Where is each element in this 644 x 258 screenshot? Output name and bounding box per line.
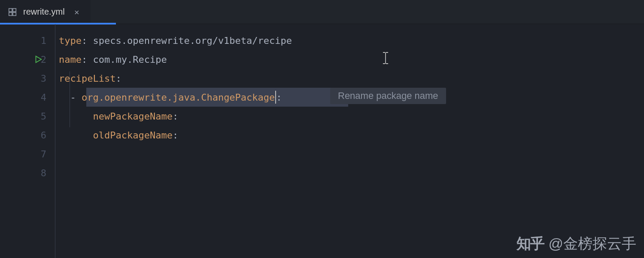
code-line-5[interactable]: newPackageName: [55,107,644,126]
yaml-value: com.my.Recipe [93,54,167,65]
line-number: 1 [33,35,46,46]
tab-close-button[interactable]: × [71,7,83,17]
svg-marker-4 [36,56,42,63]
svg-rect-2 [9,12,12,15]
ibeam-cursor-icon [382,52,389,67]
svg-rect-1 [13,8,16,11]
svg-rect-0 [9,8,12,11]
indent [59,111,93,122]
run-gutter-icon[interactable] [33,55,43,64]
yaml-key: name [59,54,82,65]
yaml-colon: : [173,130,178,141]
yaml-file-icon [8,7,17,17]
gutter-row[interactable]: 2 [0,50,55,69]
line-number: 6 [33,130,46,141]
gutter-row[interactable]: 8 [0,163,55,182]
watermark-handle: @金榜探云手 [548,234,636,254]
indent [59,130,93,141]
yaml-colon: : [115,73,121,84]
line-number: 8 [33,168,46,178]
editor: 1 2 3 4 5 6 7 8 [0,24,644,258]
text-caret [275,91,276,104]
gutter-row[interactable]: 7 [0,144,55,163]
yaml-key: org.openrewrite.java.ChangePackage [82,92,275,103]
yaml-colon: : [173,111,178,122]
gutter-row[interactable]: 1 [0,31,55,50]
yaml-key: type [59,35,82,46]
watermark: 知乎 @金榜探云手 [516,234,636,254]
tab-filename: rewrite.yml [23,7,65,17]
gutter-row[interactable]: 3 [0,69,55,88]
code-line-8[interactable] [55,163,644,182]
code-line-3[interactable]: recipeList: [55,69,644,88]
yaml-dash: - [70,92,82,103]
line-number: 3 [33,73,46,84]
line-number: 7 [33,149,46,160]
svg-rect-3 [13,12,16,15]
indent [59,92,70,103]
yaml-colon: : [82,35,93,46]
line-number: 4 [33,92,46,103]
code-line-6[interactable]: oldPackageName: [55,126,644,144]
inline-hint: Rename package name [330,88,446,104]
yaml-value: specs.openrewrite.org/v1beta/recipe [93,35,292,46]
tab-bar: rewrite.yml × [0,0,644,24]
tab-rewrite-yml[interactable]: rewrite.yml × [0,0,91,24]
code-line-2[interactable]: name: com.my.Recipe [55,50,644,69]
gutter-row[interactable]: 6 [0,126,55,144]
code-area[interactable]: type: specs.openrewrite.org/v1beta/recip… [55,24,644,258]
line-number: 5 [33,111,46,122]
code-line-7[interactable] [55,144,644,163]
yaml-key: newPackageName [93,111,172,122]
code-line-1[interactable]: type: specs.openrewrite.org/v1beta/recip… [55,31,644,50]
gutter: 1 2 3 4 5 6 7 8 [0,24,55,258]
yaml-colon: : [82,54,93,65]
gutter-row[interactable]: 5 [0,107,55,126]
gutter-row[interactable]: 4 [0,88,55,107]
zhihu-logo: 知乎 [516,234,544,254]
yaml-colon: : [276,92,282,103]
hint-text: Rename package name [338,90,438,101]
yaml-key: oldPackageName [93,130,172,141]
yaml-key: recipeList [59,73,115,84]
